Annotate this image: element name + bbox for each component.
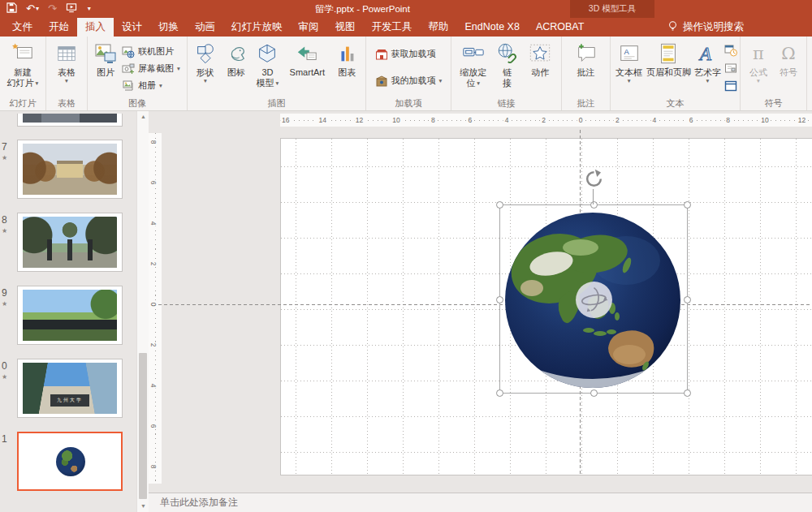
comment-button[interactable]: 批注 (568, 39, 604, 78)
tab-review[interactable]: 审阅 (291, 18, 327, 37)
slide-thumbnail-20[interactable]: 九州大学 (17, 359, 123, 418)
customize-qat-icon[interactable]: ▾ (88, 2, 91, 16)
object-icon (724, 80, 737, 93)
photo-sign-caption: 九州大学 (50, 394, 90, 406)
h-ruler-number: 10 (759, 116, 770, 124)
tab-acrobat[interactable]: ACROBAT (528, 18, 593, 37)
action-button[interactable]: 动作 (523, 39, 557, 78)
slide-thumbnail-18[interactable] (17, 213, 123, 272)
slide-number-button[interactable] (723, 61, 738, 75)
dropdown-icon: ▾ (177, 66, 180, 72)
slide-number: 7 (2, 141, 7, 153)
lightbulb-icon (667, 20, 678, 34)
thumbnail-scrollbar[interactable]: ▲ ▼ (136, 111, 149, 512)
group-label-slides: 幻灯片 (0, 97, 45, 110)
tab-help[interactable]: 帮助 (421, 18, 457, 37)
object-button[interactable] (723, 79, 738, 93)
grid-line (296, 139, 296, 475)
slide-thumbnail-21-selected[interactable] (17, 432, 123, 491)
tab-file[interactable]: 文件 (4, 18, 41, 37)
group-links: 缩放定 位▾ 链 接 动作 链接 (451, 37, 562, 110)
resize-handle-middle-right[interactable] (684, 296, 691, 303)
animation-star-icon: ★ (2, 373, 7, 381)
resize-handle-bottom-middle[interactable] (590, 389, 598, 397)
svg-text:A: A (624, 48, 629, 56)
undo-dropdown-icon[interactable]: ▾ (36, 2, 39, 16)
rotate-handle-icon[interactable] (584, 169, 604, 189)
tab-design[interactable]: 设计 (114, 18, 150, 37)
picture-button[interactable]: 图片 (89, 39, 122, 78)
group-tables: 表格 ▾ 表格 (46, 37, 88, 110)
slide-thumbnail-19[interactable] (17, 286, 123, 345)
online-pictures-button[interactable]: 联机图片 (122, 43, 180, 60)
get-addins-button[interactable]: 获取加载项 (375, 45, 443, 62)
group-label-images: 图像 (88, 97, 187, 110)
group-symbols: π 公式▾ Ω 符号 符号 (741, 37, 807, 110)
zoom-icon (460, 41, 486, 67)
notes-placeholder: 单击此处添加备注 (160, 497, 238, 508)
tab-slideshow[interactable]: 幻灯片放映 (223, 18, 291, 37)
tab-animations[interactable]: 动画 (187, 18, 223, 37)
shapes-icon (192, 41, 218, 67)
smartart-button[interactable]: SmartArt (284, 39, 330, 78)
table-button[interactable]: 表格 ▾ (54, 39, 80, 84)
resize-handle-bottom-right[interactable] (684, 389, 691, 397)
save-icon[interactable] (6, 2, 17, 16)
tell-me-search[interactable]: 操作说明搜索 (667, 18, 744, 37)
link-button[interactable]: 链 接 (494, 39, 521, 88)
textbox-button[interactable]: A 文本框▾ (612, 39, 646, 84)
start-slideshow-icon[interactable] (66, 2, 77, 16)
group-label-tables: 表格 (46, 97, 87, 110)
new-slide-button[interactable]: 新建 幻灯片▾ (7, 39, 39, 88)
undo-button[interactable]: ↶ ▾ (26, 2, 39, 16)
group-label-addins: 加载项 (366, 97, 451, 110)
link-icon (495, 41, 520, 67)
chart-icon (334, 41, 360, 67)
tab-developer[interactable]: 开发工具 (364, 18, 421, 37)
tab-endnote[interactable]: EndNote X8 (457, 18, 528, 37)
resize-handle-top-right[interactable] (684, 201, 691, 209)
symbol-button: Ω 符号 (775, 39, 802, 78)
zoom-button[interactable]: 缩放定 位▾ (456, 39, 491, 88)
slide-thumbnail-partial[interactable] (17, 114, 123, 127)
tab-insert[interactable]: 插入 (77, 18, 114, 37)
resize-handle-middle-left[interactable] (496, 296, 503, 303)
my-addins-button[interactable]: 我的加载项 ▾ (375, 72, 443, 89)
header-footer-button[interactable]: 页眉和页脚 (646, 39, 692, 78)
slide-number: 9 (2, 287, 7, 299)
scroll-up-arrow[interactable]: ▲ (137, 111, 149, 123)
slide-thumbnail-17[interactable] (17, 140, 123, 199)
tab-home[interactable]: 开始 (41, 18, 77, 37)
grid-line (760, 139, 761, 475)
comment-icon (573, 41, 599, 67)
dropdown-icon: ▾ (159, 83, 162, 89)
my-addins-icon (375, 75, 388, 88)
dropdown-icon: ▾ (204, 78, 207, 84)
3d-rotate-gizmo-icon[interactable] (575, 281, 613, 319)
omega-icon: Ω (781, 49, 795, 59)
date-time-button[interactable] (723, 43, 738, 58)
resize-handle-top-left[interactable] (496, 201, 503, 209)
tab-view[interactable]: 视图 (327, 18, 364, 37)
resize-handle-bottom-left[interactable] (496, 389, 503, 397)
slide-number: 8 (2, 214, 7, 226)
h-ruler-number: 12 (354, 116, 365, 124)
chart-button[interactable]: 图表 (330, 39, 363, 78)
quick-access-toolbar: ↶ ▾ ↷ ▾ (6, 2, 91, 16)
notes-pane[interactable]: 单击此处添加备注 (149, 493, 812, 512)
screenshot-button[interactable]: 屏幕截图 ▾ (122, 60, 180, 77)
tab-transitions[interactable]: 切换 (150, 18, 187, 37)
date-time-icon (724, 44, 737, 57)
photo-album-button[interactable]: 相册 ▾ (122, 77, 180, 94)
h-ruler-number: 2 (540, 116, 547, 124)
v-ruler-number: 2 (149, 342, 158, 348)
icons-button[interactable]: 图标 (222, 39, 251, 78)
scroll-down-arrow[interactable]: ▼ (137, 501, 149, 512)
scrollbar-thumb[interactable] (139, 353, 147, 499)
shapes-button[interactable]: 形状▾ (190, 39, 221, 84)
resize-handle-top-middle[interactable] (590, 201, 598, 209)
wordart-button[interactable]: A 艺术字▾ (692, 39, 723, 84)
online-pictures-icon (122, 45, 135, 58)
3d-models-button[interactable]: 3D 模型▾ (251, 39, 283, 88)
v-ruler-number: 6 (149, 424, 158, 429)
